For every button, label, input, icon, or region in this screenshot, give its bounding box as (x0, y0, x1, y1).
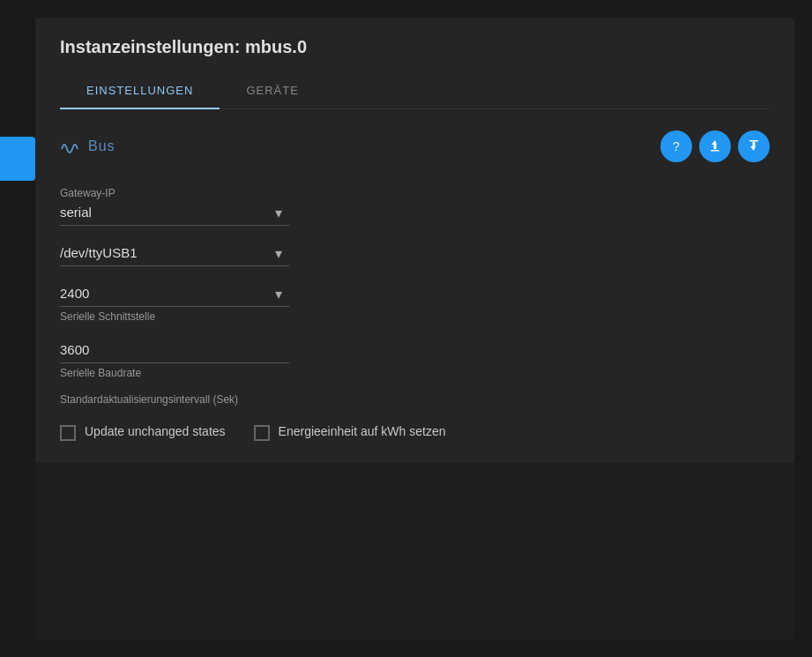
sidebar (0, 0, 35, 657)
gateway-ip-select-wrapper: serial 192.168.1.1 ▾ (60, 199, 289, 226)
panel-body: Bus ? (35, 109, 794, 462)
gateway-ip-label: Gateway-IP (60, 187, 770, 199)
tab-bar: EINSTELLUNGEN GERÄTE (60, 73, 770, 109)
sidebar-accent (0, 137, 35, 181)
mbus-text: Bus (88, 138, 115, 154)
tab-geraete[interactable]: GERÄTE (220, 73, 324, 109)
serial-interface-select[interactable]: 300 600 1200 2400 4800 9600 (60, 280, 289, 307)
serial-interface-label: Serielle Schnittstelle (60, 310, 770, 323)
device-path-group: /dev/ttyUSB0 /dev/ttyUSB1 /dev/ttyUSB2 ▾ (60, 240, 770, 266)
svg-rect-1 (749, 140, 758, 142)
action-buttons: ? (660, 131, 770, 162)
main-panel: Instanzeinstellungen: mbus.0 EINSTELLUNG… (35, 18, 794, 639)
serial-interface-group: 300 600 1200 2400 4800 9600 ▾ Serielle S… (60, 280, 770, 323)
update-unchanged-checkbox[interactable] (60, 425, 76, 441)
help-icon: ? (673, 139, 680, 153)
help-button[interactable]: ? (660, 131, 692, 162)
download-icon (747, 138, 761, 155)
baud-rate-group: Serielle Baudrate (60, 337, 770, 379)
device-path-select[interactable]: /dev/ttyUSB0 /dev/ttyUSB1 /dev/ttyUSB2 (60, 240, 289, 266)
baud-rate-input[interactable] (60, 337, 289, 363)
svg-rect-0 (711, 150, 719, 152)
serial-interface-select-wrapper: 300 600 1200 2400 4800 9600 ▾ (60, 280, 289, 307)
gateway-ip-group: Gateway-IP serial 192.168.1.1 ▾ (60, 187, 770, 226)
panel-title: Instanzeinstellungen: mbus.0 (60, 37, 770, 57)
gateway-ip-select[interactable]: serial 192.168.1.1 (60, 199, 289, 226)
device-path-select-wrapper: /dev/ttyUSB0 /dev/ttyUSB1 /dev/ttyUSB2 ▾ (60, 240, 289, 266)
update-unchanged-label: Update unchanged states (85, 423, 226, 441)
mbus-logo: Bus (60, 137, 115, 156)
energy-unit-label: Energieeinheit auf kWh setzen (279, 423, 446, 441)
mbus-wave-icon (60, 137, 86, 156)
tab-einstellungen[interactable]: EINSTELLUNGEN (60, 73, 220, 109)
update-interval-label: Standardaktualisierungsintervall (Sek) (60, 393, 770, 406)
download-button[interactable] (738, 131, 770, 162)
baud-rate-label: Serielle Baudrate (60, 367, 770, 379)
energy-unit-checkbox[interactable] (254, 425, 270, 441)
upload-icon (708, 138, 722, 155)
upload-button[interactable] (699, 131, 731, 162)
panel-header: Instanzeinstellungen: mbus.0 EINSTELLUNG… (35, 18, 794, 109)
checkbox-row: Update unchanged states Energieeinheit a… (60, 423, 770, 441)
checkbox-item-update-unchanged: Update unchanged states (60, 423, 226, 441)
checkbox-item-energy-unit: Energieeinheit auf kWh setzen (254, 423, 446, 441)
logo-row: Bus ? (60, 131, 770, 162)
